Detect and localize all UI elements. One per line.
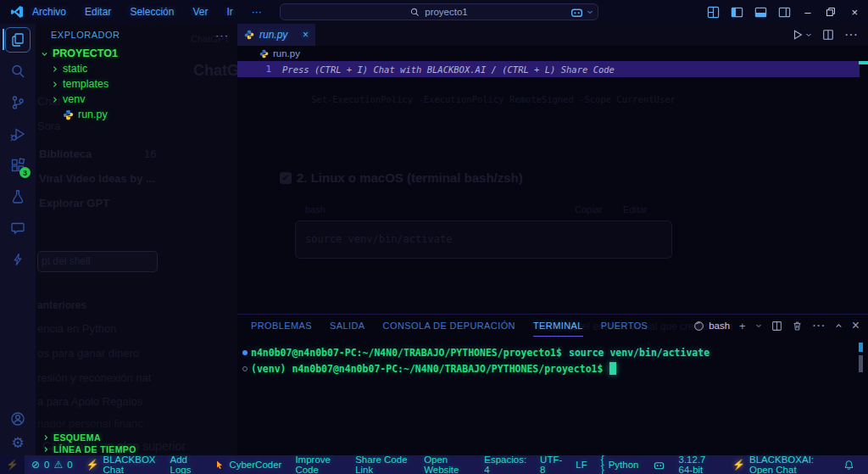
ghost-text: os para ganar dinero	[37, 347, 139, 360]
tree-root-proyecto1[interactable]: PROYECTO1	[36, 46, 237, 61]
open-website-button[interactable]: Open Website	[417, 455, 477, 474]
toggle-sidebar-icon[interactable]	[731, 6, 743, 19]
command-decoration-pending	[242, 366, 248, 371]
outline-section[interactable]: ESQUEMA	[36, 432, 237, 443]
blackbox-open-chat-label: BLACKBOXAI: Open Chat	[749, 454, 830, 474]
improve-code-button[interactable]: Improve Code	[288, 455, 348, 474]
activity-bar: 3 ⚙	[0, 24, 36, 455]
panel-tab-puertos[interactable]: PUERTOS	[601, 315, 648, 337]
notifications-bell-icon[interactable]	[837, 455, 861, 474]
customize-layout-icon[interactable]	[707, 6, 720, 19]
chevron-right-icon	[42, 434, 49, 441]
menu-more[interactable]: ···	[252, 6, 262, 18]
explorer-icon[interactable]	[3, 24, 33, 55]
panel-tab-consola[interactable]: CONSOLA DE DEPURACIÓN	[383, 315, 515, 337]
terminal-line-2: (venv) n4n0b07@n4n0b07-PC:~/N4N0/TRABAJO…	[237, 360, 868, 376]
terminal-overview-mark	[859, 343, 863, 352]
remote-indicator[interactable]: ⚡	[0, 455, 25, 474]
menu-editar[interactable]: Editar	[85, 6, 111, 18]
source-control-icon[interactable]	[3, 86, 33, 118]
language-status[interactable]: { } Python	[594, 455, 646, 474]
menu-ver[interactable]: Ver	[192, 6, 208, 18]
run-python-icon[interactable]	[792, 29, 812, 41]
ghost-text: 16	[144, 148, 156, 160]
overview-ruler-mark	[859, 61, 868, 64]
panel-more-icon[interactable]: ···	[812, 318, 826, 333]
kill-terminal-icon[interactable]	[792, 321, 803, 332]
language-label: Python	[609, 460, 639, 470]
testing-icon[interactable]	[3, 181, 33, 212]
minimize-icon[interactable]: –	[804, 6, 810, 19]
python-interpreter-status[interactable]: 3.12.7 64-bit	[672, 455, 726, 474]
close-icon[interactable]: ×	[851, 6, 858, 19]
menu-bar: Archivo Editar Selección Ver Ir ···	[32, 6, 262, 18]
settings-gear-icon[interactable]: ⚙	[11, 436, 24, 450]
add-logs-button[interactable]: Add Logs	[164, 455, 209, 474]
status-left: ⊘ 0 ⚠ 0 ⚡ BLACKBOX Chat Add Logs CyberCo…	[25, 455, 477, 474]
breadcrumb[interactable]: run.py	[237, 46, 868, 61]
restore-icon[interactable]	[826, 7, 836, 17]
warning-count: 0	[67, 460, 72, 470]
menu-seleccion[interactable]: Selección	[130, 6, 174, 18]
folder-label: venv	[63, 93, 85, 105]
terminal-dropdown-icon[interactable]	[755, 322, 762, 329]
error-count: 0	[44, 460, 49, 470]
blackbox-lightning-icon[interactable]	[3, 243, 33, 275]
panel-tab-terminal[interactable]: TERMINAL	[533, 315, 583, 337]
indentation-status[interactable]: Espacios: 4	[477, 455, 533, 474]
maximize-panel-icon[interactable]	[835, 322, 843, 330]
search-icon	[410, 8, 420, 17]
code-editor[interactable]: 1 Press (CTRL + I) Chat with BLACKBOX.AI…	[237, 61, 868, 314]
split-terminal-icon[interactable]	[771, 321, 782, 332]
chat-view-icon[interactable]	[3, 212, 33, 243]
editor-tab-bar: run.py × ···	[237, 24, 868, 46]
tree-folder-venv[interactable]: venv	[36, 92, 237, 107]
toggle-secondary-sidebar-icon[interactable]	[778, 6, 791, 19]
cybercoder-button[interactable]: CyberCoder	[208, 455, 288, 474]
editor-more-icon[interactable]: ···	[844, 27, 858, 42]
blackbox-robot-status[interactable]	[646, 455, 672, 474]
extensions-badge: 3	[19, 167, 31, 178]
folder-label: templates	[63, 78, 108, 90]
toggle-panel-icon[interactable]	[754, 6, 767, 19]
copilot-robot-icon[interactable]	[570, 5, 593, 20]
new-terminal-icon[interactable]: +	[739, 320, 746, 332]
menu-ir[interactable]: Ir	[226, 6, 232, 18]
panel-tab-problemas[interactable]: PROBLEMAS	[251, 315, 312, 337]
breadcrumb-item: run.py	[273, 48, 300, 59]
current-line: 1 Press (CTRL + I) Chat with BLACKBOX.AI…	[237, 61, 860, 77]
cybercoder-label: CyberCoder	[229, 460, 281, 470]
share-code-link-button[interactable]: Share Code Link	[348, 455, 417, 474]
tree-folder-templates[interactable]: templates	[36, 76, 237, 92]
menu-archivo[interactable]: Archivo	[32, 6, 66, 18]
tree-file-runpy[interactable]: run.py	[36, 107, 237, 122]
tab-runpy[interactable]: run.py ×	[237, 24, 315, 46]
tree-folder-static[interactable]: static	[36, 61, 237, 76]
problems-status[interactable]: ⊘ 0 ⚠ 0	[25, 455, 80, 474]
ghost-text: pt del shell	[42, 255, 90, 267]
timeline-section[interactable]: LÍNEA DE TIEMPO	[36, 443, 237, 455]
split-editor-icon[interactable]	[822, 29, 834, 41]
search-view-icon[interactable]	[3, 55, 33, 86]
sidebar-bottom-views: ESQUEMA LÍNEA DE TIEMPO	[36, 432, 237, 455]
cursor-hand-icon	[214, 460, 225, 470]
eol-status[interactable]: LF	[569, 455, 593, 474]
python-icon	[63, 109, 74, 120]
run-debug-icon[interactable]	[3, 118, 33, 149]
panel-tab-salida[interactable]: SALIDA	[330, 315, 365, 337]
command-center-search[interactable]: proyecto1	[280, 3, 598, 20]
active-terminal[interactable]: bash	[693, 321, 730, 332]
terminal-cursor	[609, 362, 616, 375]
account-icon[interactable]	[9, 410, 26, 427]
ghost-text: a para Apolo Regalos	[37, 395, 142, 408]
tab-close-icon[interactable]: ×	[303, 29, 309, 41]
blackbox-open-chat-button[interactable]: ⚡ BLACKBOXAI: Open Chat	[726, 455, 837, 474]
blackbox-chat-button[interactable]: ⚡ BLACKBOX Chat	[80, 455, 164, 474]
sidebar-more-icon[interactable]: ···	[215, 29, 229, 42]
terminal-scrollbar-thumb[interactable]	[859, 355, 863, 372]
status-bar: ⚡ ⊘ 0 ⚠ 0 ⚡ BLACKBOX Chat Add Logs Cyber…	[0, 455, 868, 474]
terminal-view[interactable]: n4n0b07@n4n0b07-PC:~/N4N0/TRABAJO/PYTHON…	[237, 337, 868, 376]
encoding-status[interactable]: UTF-8	[533, 455, 569, 474]
close-panel-icon[interactable]: ×	[852, 318, 860, 333]
extensions-icon[interactable]: 3	[3, 149, 33, 181]
